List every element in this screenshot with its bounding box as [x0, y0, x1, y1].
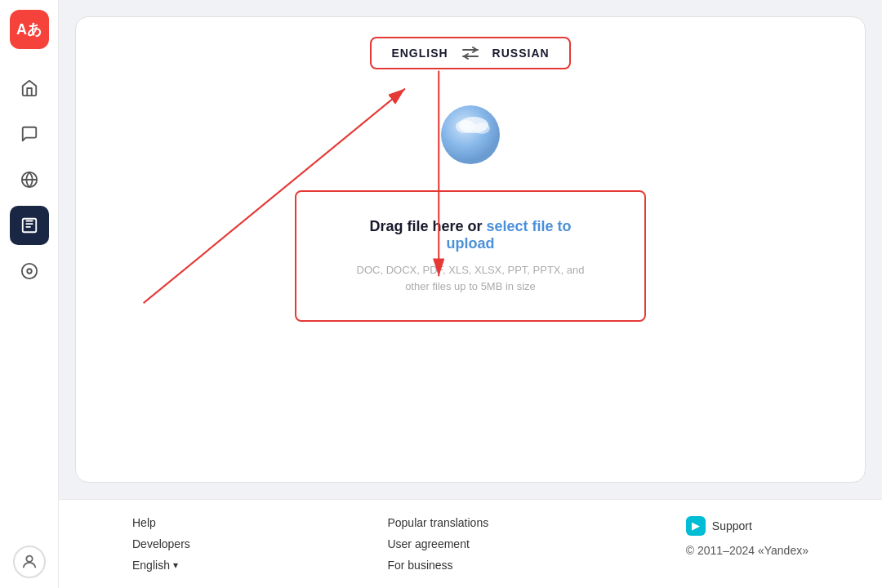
main-content: ENGLISH RUSSIAN — [59, 0, 882, 499]
logo-text: Aあ — [16, 22, 42, 37]
support-icon: ▶ — [686, 516, 706, 536]
sidebar-item-home[interactable] — [10, 69, 49, 108]
svg-point-15 — [474, 122, 490, 134]
target-language-label: RUSSIAN — [492, 47, 550, 60]
source-language-label: ENGLISH — [391, 47, 448, 60]
document-icon — [20, 216, 38, 234]
chevron-down-icon: ▾ — [173, 559, 178, 571]
sidebar: Aあ — [0, 0, 59, 588]
footer-col-2: Popular translations User agreement For … — [387, 516, 488, 572]
translator-card: ENGLISH RUSSIAN — [75, 16, 866, 483]
footer-popular-translations-link[interactable]: Popular translations — [387, 516, 488, 529]
app-logo[interactable]: Aあ — [10, 10, 49, 49]
target-icon — [20, 262, 38, 280]
svg-point-8 — [26, 556, 32, 562]
svg-point-14 — [456, 120, 475, 133]
svg-point-12 — [441, 105, 500, 164]
footer-col-1: Help Developers English ▾ — [132, 516, 190, 572]
language-selector-bar[interactable]: ENGLISH RUSSIAN — [370, 37, 570, 69]
svg-point-7 — [27, 269, 32, 274]
swap-languages-icon[interactable] — [461, 47, 479, 60]
globe-icon — [20, 171, 38, 189]
user-icon — [20, 553, 38, 571]
user-avatar[interactable] — [13, 546, 46, 578]
home-icon — [20, 79, 38, 97]
globe-illustration — [438, 102, 503, 171]
footer: Help Developers English ▾ Popular transl… — [59, 499, 882, 588]
upload-subtitle: DOC, DOCX, PDF, XLS, XLSX, PPT, PPTX, an… — [345, 262, 595, 294]
upload-main-text: Drag file here or select file to upload — [345, 218, 595, 252]
sidebar-item-globe[interactable] — [10, 160, 49, 199]
sidebar-bottom — [13, 546, 46, 578]
footer-user-agreement-link[interactable]: User agreement — [387, 537, 488, 550]
footer-language-selector[interactable]: English ▾ — [132, 559, 190, 572]
file-upload-zone[interactable]: Drag file here or select file to upload … — [295, 190, 646, 322]
svg-point-6 — [21, 264, 36, 278]
footer-copyright: © 2011–2024 «Yandex» — [686, 544, 808, 557]
footer-support-link[interactable]: ▶ Support — [686, 516, 808, 536]
chat-icon — [20, 125, 38, 143]
sidebar-item-target[interactable] — [10, 252, 49, 291]
footer-developers-link[interactable]: Developers — [132, 537, 190, 550]
sidebar-item-chat[interactable] — [10, 114, 49, 154]
footer-help-link[interactable]: Help — [132, 516, 190, 529]
footer-for-business-link[interactable]: For business — [387, 559, 488, 572]
footer-col-3: ▶ Support © 2011–2024 «Yandex» — [686, 516, 808, 572]
sidebar-item-document[interactable] — [10, 206, 49, 245]
